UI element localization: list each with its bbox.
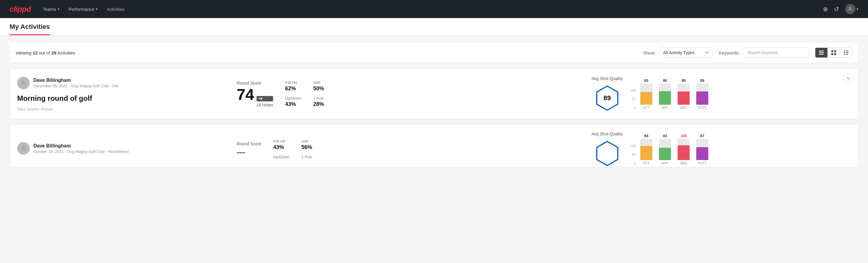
card-quality-2: Avg Shot Quality 100 50 0 xyxy=(583,132,851,167)
arg2-bar-container xyxy=(678,139,690,160)
arg-value-label: 89 xyxy=(682,79,685,83)
1putt-label-2: 1 Putt xyxy=(301,155,312,159)
viewing-text: Viewing 12 out of 29 Activities xyxy=(16,50,637,55)
arg2-label: ARG xyxy=(680,161,687,165)
stat-pair-right-2: GIR 56% 1 Putt xyxy=(301,139,312,160)
bar-putt: 89 PUTT xyxy=(693,79,711,110)
hexagon-quality: 89 xyxy=(594,85,621,112)
viewing-count: 12 xyxy=(32,50,38,55)
navbar: clippd Teams ▾ Performance ▾ Activities … xyxy=(0,0,868,18)
round-score-label: Round Score xyxy=(237,81,273,85)
ott2-bar-container xyxy=(640,139,652,160)
nav-performance-chevron: ▾ xyxy=(96,7,98,11)
svg-point-14 xyxy=(22,81,24,83)
user-date-2: October 16, 2021 · Gog Magog Golf Club -… xyxy=(33,149,129,154)
user-avatar xyxy=(17,77,30,89)
nav-activities-label: Activities xyxy=(107,7,125,12)
bar2-app: 83 APP xyxy=(656,134,674,165)
svg-rect-7 xyxy=(834,53,836,55)
ott-label: OTT xyxy=(643,106,650,110)
putt2-bar-container xyxy=(696,139,708,160)
svg-rect-6 xyxy=(831,53,833,55)
nav-performance-label: Performance xyxy=(69,7,94,12)
arg-bar-container xyxy=(678,84,690,105)
nav-teams[interactable]: Teams ▾ xyxy=(43,7,60,12)
user-menu[interactable]: ▾ xyxy=(845,4,858,14)
keyword-input[interactable] xyxy=(743,48,809,58)
data-source: Data Source: Arccos xyxy=(17,107,225,111)
bar2-ott: 94 OTT xyxy=(637,134,655,165)
round-score-block-2: Round Score — xyxy=(237,141,261,157)
stat-1putt-2: 1 Putt xyxy=(301,155,312,160)
putt2-bar-fill xyxy=(696,147,708,160)
main-content: Viewing 12 out of 29 Activities Show: Al… xyxy=(0,35,868,179)
card-left-2: Dave Billingham October 16, 2021 · Gog M… xyxy=(17,142,225,156)
stat-pair-left-2: FW Hit 43% Up/Down xyxy=(273,139,289,160)
nav-activities[interactable]: Activities xyxy=(107,7,125,12)
view-toggles xyxy=(815,48,852,58)
viewing-label: Viewing xyxy=(16,50,31,55)
stat-gir-2: GIR 56% xyxy=(301,139,312,150)
gir-value: 50% xyxy=(313,85,324,92)
svg-rect-9 xyxy=(846,51,848,52)
logo[interactable]: clippd xyxy=(10,4,31,14)
detail-view-toggle[interactable] xyxy=(840,48,852,57)
activity-type-select[interactable]: All Activity Types xyxy=(659,48,713,58)
avatar xyxy=(845,4,856,14)
svg-point-0 xyxy=(849,7,851,9)
stat-pair-left: FW Hit 62% Up/Down 43% xyxy=(285,80,301,108)
app2-bar-fill xyxy=(659,148,671,160)
y-100: 100 xyxy=(630,88,636,92)
user-info-2: Dave Billingham October 16, 2021 · Gog M… xyxy=(17,142,225,155)
card-content-2: Dave Billingham October 16, 2021 · Gog M… xyxy=(17,132,851,167)
svg-rect-3 xyxy=(819,54,824,55)
hexagon-quality-2 xyxy=(594,140,621,167)
add-icon[interactable]: ⊕ xyxy=(823,5,828,12)
show-label: Show: xyxy=(643,50,656,55)
arg-bar-fill xyxy=(678,91,690,105)
list-view-toggle[interactable] xyxy=(815,48,828,57)
app2-label: APP xyxy=(662,161,668,165)
1putt-label: 1 Putt xyxy=(313,96,324,100)
score-value-row: 74 +4 18 Holes xyxy=(237,87,273,108)
arg-label: ARG xyxy=(680,106,687,110)
user-name: Dave Billingham xyxy=(33,78,119,83)
arg2-value-label: 106 xyxy=(681,134,687,138)
y-axis-2: 100 50 0 xyxy=(630,144,636,165)
svg-rect-8 xyxy=(844,51,845,52)
avatar-chevron: ▾ xyxy=(857,7,858,11)
score-value: 74 xyxy=(237,87,254,102)
refresh-icon[interactable]: ↺ xyxy=(834,5,839,12)
grid-view-toggle[interactable] xyxy=(828,48,840,57)
putt-bar-fill xyxy=(696,91,708,105)
y2-0: 0 xyxy=(634,161,636,165)
bar-chart-2: 100 50 0 94 OTT xyxy=(630,134,711,165)
ott-bar-container xyxy=(640,84,652,105)
score-value-row-2: — xyxy=(237,147,261,157)
y-0: 0 xyxy=(634,106,636,110)
up-down-label-2: Up/Down xyxy=(273,155,289,159)
card-content: Dave Billingham December 05, 2021 · Gog … xyxy=(17,76,851,112)
nav-links: Teams ▾ Performance ▾ Activities xyxy=(43,7,125,12)
round-score-block: Round Score 74 +4 18 Holes xyxy=(237,81,273,108)
1putt-value: 28% xyxy=(313,101,324,108)
quality-section-2: Avg Shot Quality xyxy=(592,132,623,167)
fw-hit-label: FW Hit xyxy=(285,80,301,85)
user-info: Dave Billingham December 05, 2021 · Gog … xyxy=(17,77,225,89)
svg-rect-10 xyxy=(844,52,845,53)
card-quality: Avg Shot Quality 89 100 50 xyxy=(583,76,851,112)
nav-performance[interactable]: Performance ▾ xyxy=(69,7,98,12)
activity-card-2: Dave Billingham October 16, 2021 · Gog M… xyxy=(10,124,858,167)
ott2-value-label: 94 xyxy=(644,134,648,138)
putt2-label: PUTT xyxy=(698,161,707,165)
edit-button[interactable]: ✎ xyxy=(844,74,853,83)
svg-rect-13 xyxy=(846,54,848,55)
nav-teams-label: Teams xyxy=(43,7,56,12)
gir-label-2: GIR xyxy=(301,139,312,144)
user-details: Dave Billingham December 05, 2021 · Gog … xyxy=(33,78,119,88)
keyword-group: Keywords: xyxy=(719,48,809,58)
quality-label-2: Avg Shot Quality xyxy=(592,132,623,136)
up-down-label: Up/Down xyxy=(285,96,301,100)
viewing-total: 29 xyxy=(52,50,57,55)
card-left: Dave Billingham December 05, 2021 · Gog … xyxy=(17,77,225,111)
